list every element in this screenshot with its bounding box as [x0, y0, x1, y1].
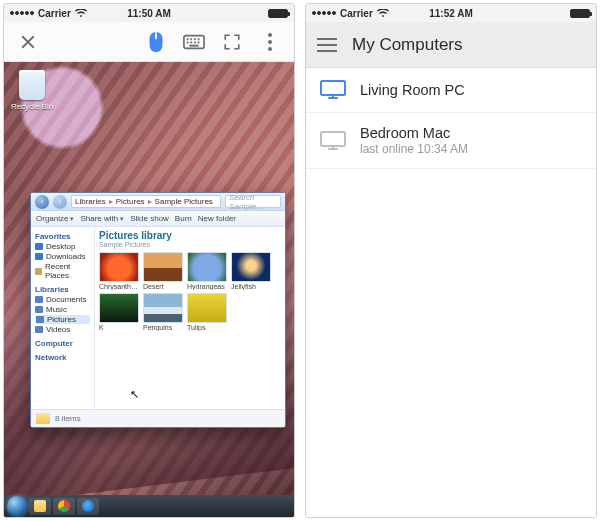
thumbnail-caption: Jellyfish: [231, 283, 271, 290]
svg-rect-8: [194, 41, 196, 43]
computer-status: last online 10:34 AM: [360, 142, 468, 156]
more-vert-icon: [267, 33, 273, 51]
computer-icon: [320, 80, 346, 100]
breadcrumb-seg[interactable]: Sample Pictures: [155, 197, 213, 206]
thumbnail-image: [143, 252, 183, 282]
svg-rect-15: [321, 132, 345, 146]
svg-rect-4: [194, 38, 196, 40]
nav-favorites-header: Favorites: [35, 232, 90, 241]
svg-rect-14: [321, 81, 345, 95]
battery-icon: [268, 9, 288, 18]
recycle-bin[interactable]: Recycle Bin: [10, 70, 54, 111]
cmd-organize[interactable]: Organize: [36, 214, 74, 223]
computer-row[interactable]: Bedroom Maclast online 10:34 AM: [306, 113, 596, 169]
keyboard-icon: [183, 34, 205, 50]
thumbnail-caption: Penguins: [143, 324, 183, 331]
svg-rect-2: [187, 38, 189, 40]
library-subheading: Sample Pictures: [99, 241, 281, 248]
menu-icon: [317, 38, 337, 52]
right-screen: Carrier 11:52 AM My Computers Living Roo…: [305, 3, 597, 518]
nav-back-button[interactable]: ‹: [35, 195, 49, 209]
nav-computer-header[interactable]: Computer: [35, 339, 90, 348]
explorer-status-bar: 8 items: [31, 409, 285, 427]
svg-rect-10: [189, 44, 198, 46]
taskbar-chrome[interactable]: [53, 498, 75, 515]
computers-list: Living Room PCBedroom Maclast online 10:…: [306, 68, 596, 517]
nav-item-videos[interactable]: Videos: [35, 325, 90, 334]
close-button[interactable]: [12, 26, 44, 58]
thumbnail-penguins[interactable]: Penguins: [143, 293, 183, 331]
nav-item-music[interactable]: Music: [35, 305, 90, 314]
mouse-mode-button[interactable]: [140, 26, 172, 58]
svg-point-12: [268, 40, 272, 44]
cmd-burn[interactable]: Burn: [175, 214, 192, 223]
nav-item-recent[interactable]: Recent Places: [35, 262, 90, 280]
remote-session-toolbar: [4, 22, 294, 62]
svg-rect-5: [198, 38, 200, 40]
cmd-newfolder[interactable]: New folder: [198, 214, 236, 223]
nav-item-documents[interactable]: Documents: [35, 295, 90, 304]
thumbnail-caption: Hydrangeas: [187, 283, 227, 290]
explorer-titlebar[interactable]: ‹ › Libraries▸ Pictures▸ Sample Pictures…: [31, 193, 285, 211]
computers-header: My Computers: [306, 22, 596, 68]
svg-rect-7: [190, 41, 192, 43]
status-text: 8 items: [55, 414, 81, 423]
address-breadcrumb[interactable]: Libraries▸ Pictures▸ Sample Pictures: [71, 195, 221, 208]
menu-button[interactable]: [316, 34, 338, 56]
explorer-content: Pictures library Sample Pictures Chrysan…: [95, 227, 285, 409]
recycle-bin-label: Recycle Bin: [10, 102, 54, 111]
svg-rect-9: [198, 41, 200, 43]
cmd-share[interactable]: Share with: [80, 214, 124, 223]
explorer-command-bar: Organize Share with Slide show Burn New …: [31, 211, 285, 227]
svg-point-13: [268, 47, 272, 51]
windows-taskbar[interactable]: [4, 495, 294, 517]
thumbnail-desert[interactable]: Desert: [143, 252, 183, 290]
taskbar-ie[interactable]: [77, 498, 99, 515]
explorer-nav-pane: Favorites Desktop Downloads Recent Place…: [31, 227, 95, 409]
svg-rect-3: [190, 38, 192, 40]
remote-desktop-viewport[interactable]: Recycle Bin ‹ › Libraries▸ Pictures▸ Sam…: [4, 62, 294, 517]
explorer-search-input[interactable]: Search Sample...: [225, 195, 281, 208]
keyboard-button[interactable]: [178, 26, 210, 58]
thumbnail-chrysanthemum[interactable]: Chrysanthemum: [99, 252, 139, 290]
page-title: My Computers: [352, 35, 463, 55]
folder-icon: [36, 413, 50, 424]
explorer-window[interactable]: ‹ › Libraries▸ Pictures▸ Sample Pictures…: [30, 192, 286, 428]
nav-item-downloads[interactable]: Downloads: [35, 252, 90, 261]
breadcrumb-seg[interactable]: Libraries: [75, 197, 106, 206]
taskbar-explorer[interactable]: [29, 498, 51, 515]
computer-icon: [320, 131, 346, 151]
computer-name: Living Room PC: [360, 82, 465, 98]
thumbnail-hydrangeas[interactable]: Hydrangeas: [187, 252, 227, 290]
clock: 11:50 AM: [4, 8, 294, 19]
thumbnail-image: [143, 293, 183, 323]
thumbnail-caption: K: [99, 324, 139, 331]
fullscreen-button[interactable]: [216, 26, 248, 58]
svg-rect-6: [187, 41, 189, 43]
thumbnail-caption: Tulips: [187, 324, 227, 331]
thumbnail-tulips[interactable]: Tulips: [187, 293, 227, 331]
overflow-button[interactable]: [254, 26, 286, 58]
ios-status-bar: Carrier 11:52 AM: [306, 4, 596, 22]
trash-icon: [19, 70, 45, 100]
ios-status-bar: Carrier 11:50 AM: [4, 4, 294, 22]
nav-forward-button[interactable]: ›: [53, 195, 67, 209]
nav-item-desktop[interactable]: Desktop: [35, 242, 90, 251]
library-heading: Pictures library: [99, 230, 281, 241]
cmd-slideshow[interactable]: Slide show: [130, 214, 169, 223]
mouse-icon: [146, 31, 166, 53]
thumbnail-caption: Desert: [143, 283, 183, 290]
thumbnail-image: [187, 252, 227, 282]
thumbnail-jellyfish[interactable]: Jellyfish: [231, 252, 271, 290]
breadcrumb-seg[interactable]: Pictures: [116, 197, 145, 206]
battery-icon: [570, 9, 590, 18]
nav-network-header[interactable]: Network: [35, 353, 90, 362]
thumbnail-image: [231, 252, 271, 282]
computer-row[interactable]: Living Room PC: [306, 68, 596, 113]
thumbnail-image: [187, 293, 227, 323]
svg-rect-0: [155, 34, 157, 38]
nav-item-pictures[interactable]: Pictures: [35, 315, 90, 324]
computer-name: Bedroom Mac: [360, 125, 468, 141]
start-button[interactable]: [7, 496, 27, 516]
thumbnail-k[interactable]: K: [99, 293, 139, 331]
